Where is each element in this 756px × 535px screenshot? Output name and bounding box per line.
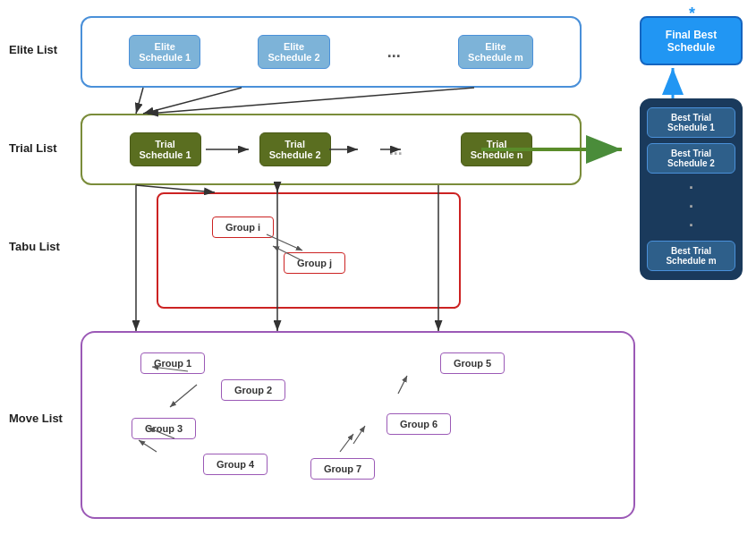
svg-line-6 [148,88,474,114]
move-group-7: Group 7 [310,458,375,480]
trial-schedule-2: TrialSchedule 2 [259,132,331,166]
diagram-container: * Elite List EliteSchedule 1 EliteSchedu… [0,0,756,535]
move-group-6: Group 6 [386,413,451,435]
move-list-container: Group 1 Group 2 Group 3 Group 4 Group 5 … [81,331,635,519]
best-trial-2: Best TrialSchedule 2 [647,143,735,174]
elite-schedule-2: EliteSchedule 2 [258,35,329,69]
tabu-list-container: Group i Group j [157,192,461,309]
move-group-3: Group 3 [132,418,196,439]
best-trial-m: Best TrialSchedule m [647,241,735,271]
move-group-1: Group 1 [140,352,205,374]
move-group-5: Group 5 [440,352,505,374]
svg-line-12 [136,185,215,192]
svg-line-5 [143,88,242,114]
best-trial-container: Best TrialSchedule 1 Best TrialSchedule … [640,98,743,280]
tabu-group-i: Group i [212,217,274,238]
elite-list-container: EliteSchedule 1 EliteSchedule 2 ... Elit… [81,16,582,88]
best-dots: ··· [647,179,735,235]
move-group-2: Group 2 [221,379,285,401]
trial-list-container: TrialSchedule 1 TrialSchedule 2 ... Tria… [81,114,582,185]
trial-schedule-1: TrialSchedule 1 [130,132,201,166]
elite-list-label: Elite List [9,43,57,56]
best-trial-1: Best TrialSchedule 1 [647,107,735,138]
move-list-label: Move List [9,412,63,425]
trial-list-label: Trial List [9,141,56,155]
tabu-group-j: Group j [284,252,345,274]
final-best-schedule: Final BestSchedule [640,16,743,65]
svg-line-4 [136,88,143,114]
elite-schedule-1: EliteSchedule 1 [129,35,200,69]
elite-schedule-m: EliteSchedule m [458,35,533,69]
trial-schedule-n: TrialSchedule n [461,132,533,166]
tabu-list-label: Tabu List [9,240,60,253]
elite-dots: ... [387,43,401,62]
move-group-4: Group 4 [203,454,268,475]
trial-dots: ... [389,140,403,159]
